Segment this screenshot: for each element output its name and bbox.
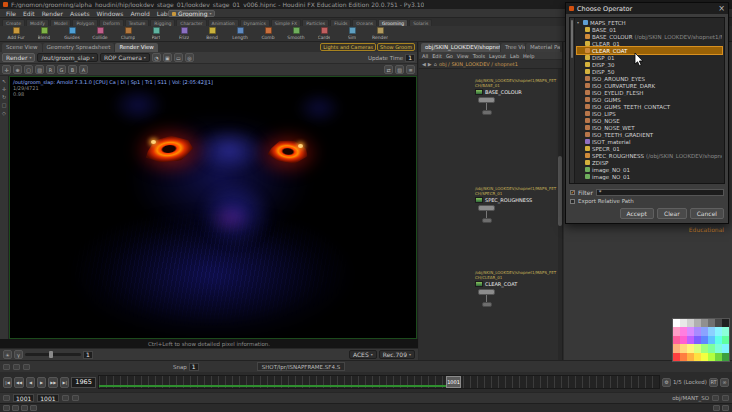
palette-swatch[interactable] bbox=[715, 319, 722, 327]
shelf-tool[interactable]: Frizz bbox=[171, 27, 197, 40]
channel-blue-icon[interactable]: B bbox=[68, 65, 77, 74]
tab-tree-view[interactable]: Tree View bbox=[501, 43, 525, 52]
tree-item[interactable]: SPEC_ROUGHNESS (/obj/SKIN_LOOKDEV/shopne… bbox=[577, 152, 722, 159]
tree-root-item[interactable]: ▾ MAPS_FETCH bbox=[577, 19, 722, 26]
network-menu-item[interactable]: Go bbox=[446, 53, 453, 59]
shelf-tool[interactable]: Bend bbox=[199, 27, 225, 40]
accept-button[interactable]: Accept bbox=[620, 208, 654, 219]
network-menu-item[interactable]: Help bbox=[523, 53, 534, 59]
zoom-icon[interactable]: ⊕ bbox=[13, 65, 22, 74]
loop-icon[interactable]: ∞ bbox=[720, 378, 729, 387]
palette-swatch[interactable] bbox=[701, 336, 708, 344]
shelf-tab[interactable]: Character bbox=[176, 19, 206, 26]
tree-item[interactable]: ISO_LIPS bbox=[577, 110, 722, 117]
shelf-tool[interactable]: Render bbox=[367, 27, 393, 40]
shelf-tab[interactable]: Texture bbox=[125, 19, 149, 26]
tree-item[interactable]: BASE_01 bbox=[577, 26, 722, 33]
shelf-tab[interactable]: Particles bbox=[302, 19, 329, 26]
forward-icon[interactable]: ▶ bbox=[428, 61, 432, 67]
tree-item[interactable]: CLEAR_COAT bbox=[577, 47, 722, 54]
dialog-titlebar[interactable]: Choose Operator × bbox=[566, 3, 728, 14]
menu-item[interactable]: Edit bbox=[20, 10, 38, 17]
node-output[interactable] bbox=[482, 218, 492, 223]
scrollbar-thumb[interactable] bbox=[558, 156, 562, 226]
keyframe-icon[interactable] bbox=[62, 395, 69, 401]
network-menu-item[interactable]: Layout bbox=[489, 53, 506, 59]
preview-icon[interactable]: ◎ bbox=[185, 53, 194, 62]
gear-icon[interactable]: ⚙ bbox=[662, 378, 671, 387]
breadcrumb-path[interactable]: obj / SKIN_LOOKDEV / shopnet1 bbox=[439, 61, 518, 67]
shelf-tab[interactable]: Animation bbox=[208, 19, 239, 26]
range-start-field[interactable]: 1001 bbox=[13, 394, 34, 402]
rop-selector[interactable]: /out/groom_slap▾ bbox=[37, 53, 98, 62]
history-icon[interactable] bbox=[722, 395, 729, 401]
expand-arrow-icon[interactable]: ▾ bbox=[577, 20, 581, 25]
palette-swatch[interactable] bbox=[673, 353, 680, 361]
palette-swatch[interactable] bbox=[715, 336, 722, 344]
channel-green-icon[interactable]: G bbox=[57, 65, 66, 74]
palette-swatch[interactable] bbox=[687, 353, 694, 361]
cook-status-icon[interactable] bbox=[21, 405, 28, 411]
current-frame-field[interactable]: 1965 bbox=[71, 377, 96, 388]
tree-item[interactable]: ZDISP bbox=[577, 159, 722, 166]
network-menu-item[interactable]: Tools bbox=[473, 53, 485, 59]
gamma-slider-knob[interactable] bbox=[49, 351, 53, 358]
camera-selector[interactable]: ROP Camera▾ bbox=[100, 53, 150, 62]
shelf-tool[interactable]: Comb bbox=[255, 27, 281, 40]
tree-item[interactable]: DISP_01 bbox=[577, 54, 722, 61]
frame-all-icon[interactable]: ▢ bbox=[24, 65, 33, 74]
update-time-field[interactable]: 1 bbox=[405, 54, 415, 62]
palette-swatch[interactable] bbox=[687, 344, 694, 352]
channel-red-icon[interactable]: R bbox=[46, 65, 55, 74]
tab-material-palette[interactable]: Material Palette bbox=[526, 43, 560, 52]
shelf-tab[interactable]: Solaris bbox=[409, 19, 432, 26]
shelf-tab[interactable]: Create bbox=[2, 19, 25, 26]
dialog-scrollbar[interactable] bbox=[570, 18, 575, 183]
shelf-tool[interactable]: Blend bbox=[31, 27, 57, 40]
compare-icon[interactable]: ⇄ bbox=[384, 65, 393, 74]
palette-swatch[interactable] bbox=[694, 327, 701, 335]
tree-item[interactable]: SPECR_01 bbox=[577, 145, 722, 152]
snapshot-index-field[interactable]: 1 bbox=[189, 363, 199, 371]
range-icon[interactable] bbox=[3, 395, 10, 401]
palette-swatch[interactable] bbox=[701, 344, 708, 352]
palette-swatch[interactable] bbox=[687, 327, 694, 335]
tab-scene-view[interactable]: Scene View bbox=[2, 43, 42, 52]
network-scrollbar[interactable] bbox=[558, 69, 562, 360]
tab-render-view[interactable]: Render View bbox=[115, 43, 157, 52]
tab-geometry-spreadsheet[interactable]: Geometry Spreadsheet bbox=[43, 43, 115, 52]
handles-icon[interactable]: ◇ bbox=[2, 111, 6, 116]
tree-item[interactable]: ISOT_material bbox=[577, 138, 722, 145]
translate-icon[interactable]: ✛ bbox=[2, 87, 6, 92]
palette-swatch[interactable] bbox=[722, 336, 729, 344]
range-end-field[interactable]: 1001 bbox=[37, 394, 58, 402]
playhead[interactable]: 1001 bbox=[446, 376, 461, 388]
realtime-toggle-icon[interactable]: RT bbox=[709, 378, 718, 387]
render-region-icon[interactable]: ▭ bbox=[174, 53, 183, 62]
palette-swatch[interactable] bbox=[701, 319, 708, 327]
tree-item[interactable]: ISO_GUMS bbox=[577, 96, 722, 103]
clear-button[interactable]: Clear bbox=[657, 208, 687, 219]
palette-swatch[interactable] bbox=[680, 319, 687, 327]
palette-swatch[interactable] bbox=[673, 319, 680, 327]
tree-item[interactable]: DISP_30 bbox=[577, 61, 722, 68]
shelf-tool[interactable]: Length bbox=[227, 27, 253, 40]
palette-swatch[interactable] bbox=[673, 336, 680, 344]
shelf-tool[interactable]: Guides bbox=[59, 27, 85, 40]
palette-swatch[interactable] bbox=[680, 327, 687, 335]
node-output[interactable] bbox=[482, 110, 492, 115]
menu-item[interactable]: Arnold bbox=[127, 10, 152, 17]
crop-icon[interactable]: ▧ bbox=[35, 65, 44, 74]
close-icon[interactable]: × bbox=[718, 5, 725, 13]
node-output[interactable] bbox=[482, 302, 492, 307]
palette-swatch[interactable] bbox=[715, 327, 722, 335]
shelf-tool[interactable]: Clump bbox=[115, 27, 141, 40]
gamma-slider[interactable] bbox=[25, 353, 81, 356]
tree-item[interactable]: image_NO_01 bbox=[577, 166, 722, 173]
tab-network-path[interactable]: obj/SKIN_LOOKDEV/shopnet1/MAPS_FETCH bbox=[421, 43, 500, 52]
render-button[interactable]: Render▾ bbox=[2, 53, 35, 62]
network-menu-item[interactable]: Lab bbox=[510, 53, 519, 59]
shelf-tab[interactable]: Fluids bbox=[330, 19, 351, 26]
palette-swatch[interactable] bbox=[694, 344, 701, 352]
menu-item[interactable]: Windows bbox=[94, 10, 127, 17]
